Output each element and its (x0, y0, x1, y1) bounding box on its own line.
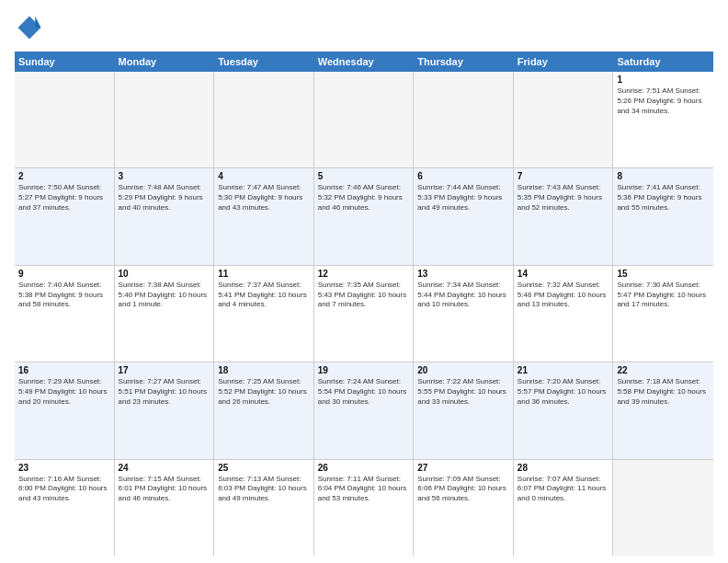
cal-cell: 24Sunrise: 7:15 AM Sunset: 6:01 PM Dayli… (115, 460, 215, 556)
page: SundayMondayTuesdayWednesdayThursdayFrid… (0, 0, 728, 563)
day-info: Sunrise: 7:35 AM Sunset: 5:43 PM Dayligh… (318, 281, 410, 310)
calendar: SundayMondayTuesdayWednesdayThursdayFrid… (15, 52, 713, 556)
weekday-header-monday: Monday (115, 52, 215, 72)
cal-cell: 26Sunrise: 7:11 AM Sunset: 6:04 PM Dayli… (314, 460, 415, 556)
day-number: 13 (417, 269, 509, 279)
day-number: 2 (18, 171, 110, 181)
cal-cell: 14Sunrise: 7:32 AM Sunset: 5:46 PM Dayli… (514, 266, 614, 362)
day-info: Sunrise: 7:32 AM Sunset: 5:46 PM Dayligh… (518, 281, 609, 310)
day-number: 18 (218, 365, 310, 375)
cal-cell (414, 72, 514, 167)
day-number: 8 (617, 171, 710, 181)
day-info: Sunrise: 7:07 AM Sunset: 6:07 PM Dayligh… (518, 475, 609, 504)
weekday-header-friday: Friday (514, 52, 614, 72)
day-info: Sunrise: 7:15 AM Sunset: 6:01 PM Dayligh… (119, 475, 210, 504)
logo-icon (17, 15, 42, 40)
day-number: 14 (518, 269, 609, 279)
day-number: 3 (119, 171, 210, 181)
calendar-header: SundayMondayTuesdayWednesdayThursdayFrid… (15, 52, 713, 72)
day-number: 9 (18, 269, 110, 279)
day-info: Sunrise: 7:44 AM Sunset: 5:33 PM Dayligh… (417, 183, 509, 213)
day-info: Sunrise: 7:40 AM Sunset: 5:38 PM Dayligh… (18, 281, 110, 310)
cal-cell: 10Sunrise: 7:38 AM Sunset: 5:40 PM Dayli… (115, 266, 215, 362)
weekday-header-sunday: Sunday (15, 52, 115, 72)
cal-cell: 8Sunrise: 7:41 AM Sunset: 5:36 PM Daylig… (613, 168, 713, 264)
cal-cell: 28Sunrise: 7:07 AM Sunset: 6:07 PM Dayli… (514, 460, 614, 556)
cal-cell: 1Sunrise: 7:51 AM Sunset: 5:26 PM Daylig… (613, 72, 713, 167)
day-info: Sunrise: 7:48 AM Sunset: 5:29 PM Dayligh… (119, 183, 210, 213)
day-number: 24 (119, 463, 210, 473)
day-number: 26 (318, 463, 410, 473)
cal-cell (314, 72, 415, 167)
day-info: Sunrise: 7:25 AM Sunset: 5:52 PM Dayligh… (218, 377, 310, 407)
day-number: 22 (617, 365, 710, 375)
cal-cell: 12Sunrise: 7:35 AM Sunset: 5:43 PM Dayli… (314, 266, 415, 362)
weekday-header-saturday: Saturday (613, 52, 713, 72)
cal-cell: 11Sunrise: 7:37 AM Sunset: 5:41 PM Dayli… (214, 266, 314, 362)
day-number: 5 (318, 171, 410, 181)
day-info: Sunrise: 7:09 AM Sunset: 6:06 PM Dayligh… (417, 475, 509, 504)
svg-marker-1 (35, 17, 40, 28)
day-info: Sunrise: 7:22 AM Sunset: 5:55 PM Dayligh… (417, 377, 509, 407)
cal-cell: 27Sunrise: 7:09 AM Sunset: 6:06 PM Dayli… (414, 460, 514, 556)
day-number: 16 (18, 365, 110, 375)
weekday-header-tuesday: Tuesday (214, 52, 314, 72)
cal-cell: 4Sunrise: 7:47 AM Sunset: 5:30 PM Daylig… (214, 168, 314, 264)
day-number: 11 (218, 269, 310, 279)
day-number: 6 (417, 171, 509, 181)
day-info: Sunrise: 7:16 AM Sunset: 6:00 PM Dayligh… (18, 475, 110, 504)
day-info: Sunrise: 7:24 AM Sunset: 5:54 PM Dayligh… (318, 377, 410, 407)
day-info: Sunrise: 7:46 AM Sunset: 5:32 PM Dayligh… (318, 183, 410, 213)
day-number: 10 (119, 269, 210, 279)
cal-cell: 9Sunrise: 7:40 AM Sunset: 5:38 PM Daylig… (15, 266, 115, 362)
day-info: Sunrise: 7:38 AM Sunset: 5:40 PM Dayligh… (119, 281, 210, 310)
day-info: Sunrise: 7:50 AM Sunset: 5:27 PM Dayligh… (18, 183, 110, 213)
day-info: Sunrise: 7:27 AM Sunset: 5:51 PM Dayligh… (119, 377, 210, 407)
cal-cell: 3Sunrise: 7:48 AM Sunset: 5:29 PM Daylig… (115, 168, 215, 264)
cal-cell (214, 72, 314, 167)
cal-cell: 20Sunrise: 7:22 AM Sunset: 5:55 PM Dayli… (414, 362, 514, 458)
cal-cell: 22Sunrise: 7:18 AM Sunset: 5:58 PM Dayli… (613, 362, 713, 458)
cal-cell: 18Sunrise: 7:25 AM Sunset: 5:52 PM Dayli… (214, 362, 314, 458)
day-info: Sunrise: 7:13 AM Sunset: 6:03 PM Dayligh… (218, 475, 310, 504)
cal-cell: 7Sunrise: 7:43 AM Sunset: 5:35 PM Daylig… (514, 168, 614, 264)
calendar-body: 1Sunrise: 7:51 AM Sunset: 5:26 PM Daylig… (15, 72, 713, 556)
day-number: 27 (417, 463, 509, 473)
day-number: 21 (518, 365, 609, 375)
cal-cell: 6Sunrise: 7:44 AM Sunset: 5:33 PM Daylig… (414, 168, 514, 264)
cal-cell (613, 460, 713, 556)
day-info: Sunrise: 7:34 AM Sunset: 5:44 PM Dayligh… (417, 281, 509, 310)
day-info: Sunrise: 7:41 AM Sunset: 5:36 PM Dayligh… (617, 183, 710, 213)
day-number: 4 (218, 171, 310, 181)
cal-cell: 16Sunrise: 7:29 AM Sunset: 5:49 PM Dayli… (15, 362, 115, 458)
cal-cell: 19Sunrise: 7:24 AM Sunset: 5:54 PM Dayli… (314, 362, 415, 458)
day-number: 25 (218, 463, 310, 473)
cal-cell: 21Sunrise: 7:20 AM Sunset: 5:57 PM Dayli… (514, 362, 614, 458)
cal-cell: 17Sunrise: 7:27 AM Sunset: 5:51 PM Dayli… (115, 362, 215, 458)
week-row-1: 1Sunrise: 7:51 AM Sunset: 5:26 PM Daylig… (15, 72, 713, 168)
cal-cell: 23Sunrise: 7:16 AM Sunset: 6:00 PM Dayli… (15, 460, 115, 556)
day-info: Sunrise: 7:29 AM Sunset: 5:49 PM Dayligh… (18, 377, 110, 407)
week-row-2: 2Sunrise: 7:50 AM Sunset: 5:27 PM Daylig… (15, 168, 713, 265)
day-number: 15 (617, 269, 710, 279)
day-info: Sunrise: 7:20 AM Sunset: 5:57 PM Dayligh… (518, 377, 609, 407)
cal-cell: 15Sunrise: 7:30 AM Sunset: 5:47 PM Dayli… (613, 266, 713, 362)
day-number: 1 (617, 75, 710, 85)
cal-cell (15, 72, 115, 167)
day-number: 12 (318, 269, 410, 279)
day-number: 28 (518, 463, 609, 473)
week-row-4: 16Sunrise: 7:29 AM Sunset: 5:49 PM Dayli… (15, 362, 713, 459)
day-number: 17 (119, 365, 210, 375)
day-number: 23 (18, 463, 110, 473)
cal-cell: 5Sunrise: 7:46 AM Sunset: 5:32 PM Daylig… (314, 168, 415, 264)
week-row-5: 23Sunrise: 7:16 AM Sunset: 6:00 PM Dayli… (15, 460, 713, 556)
cal-cell: 13Sunrise: 7:34 AM Sunset: 5:44 PM Dayli… (414, 266, 514, 362)
day-info: Sunrise: 7:47 AM Sunset: 5:30 PM Dayligh… (218, 183, 310, 213)
day-info: Sunrise: 7:18 AM Sunset: 5:58 PM Dayligh… (617, 377, 710, 407)
cal-cell (514, 72, 614, 167)
day-number: 20 (417, 365, 509, 375)
day-info: Sunrise: 7:11 AM Sunset: 6:04 PM Dayligh… (318, 475, 410, 504)
cal-cell: 2Sunrise: 7:50 AM Sunset: 5:27 PM Daylig… (15, 168, 115, 264)
weekday-header-wednesday: Wednesday (314, 52, 415, 72)
day-number: 7 (518, 171, 609, 181)
